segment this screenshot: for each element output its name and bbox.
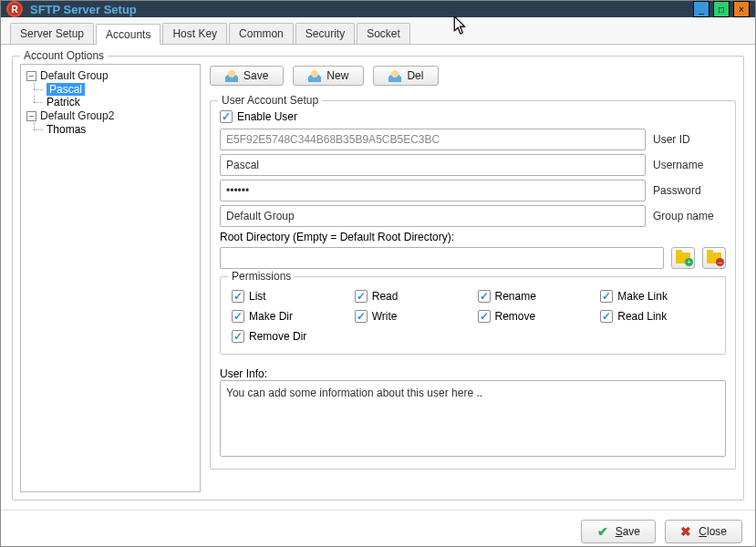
permissions-group: Permissions ListReadRenameMake LinkMake … xyxy=(220,276,726,355)
permission-checkbox[interactable]: Read Link xyxy=(600,310,714,323)
group-name-label: Group name xyxy=(653,210,726,222)
tree-group[interactable]: – Default Group2 xyxy=(25,108,196,123)
user-account-setup-legend: User Account Setup xyxy=(218,94,322,107)
checkbox-icon[interactable] xyxy=(478,290,491,303)
root-directory-field[interactable] xyxy=(220,247,664,269)
permission-label: Write xyxy=(372,310,398,323)
checkbox-icon[interactable] xyxy=(355,310,368,323)
close-window-button[interactable]: × xyxy=(733,1,750,17)
user-id-label: User ID xyxy=(653,133,726,146)
tree-toggle-icon[interactable]: – xyxy=(26,71,36,81)
root-directory-label: Root Directory (Empty = Default Root Dir… xyxy=(220,231,726,243)
permission-checkbox[interactable]: Remove xyxy=(478,310,592,323)
account-options-legend: Account Options xyxy=(20,49,108,62)
user-info-field[interactable] xyxy=(220,380,726,457)
x-icon: ✖ xyxy=(680,524,691,539)
tab-server-setup[interactable]: Server Setup xyxy=(10,23,94,44)
permission-checkbox[interactable]: Rename xyxy=(478,290,592,303)
user-id-field[interactable] xyxy=(220,129,646,150)
minimize-button[interactable]: _ xyxy=(693,1,709,17)
maximize-button[interactable]: □ xyxy=(713,1,730,17)
tab-socket[interactable]: Socket xyxy=(357,23,410,44)
tree-item[interactable]: Thomas xyxy=(25,123,196,136)
permission-label: Read xyxy=(372,290,399,303)
tree-item[interactable]: Pascal xyxy=(25,83,196,96)
checkbox-icon[interactable] xyxy=(478,310,491,323)
permissions-legend: Permissions xyxy=(228,270,295,283)
user-icon xyxy=(225,69,238,82)
user-toolbar: Save New Del xyxy=(210,64,736,89)
browse-folder-button[interactable]: + xyxy=(671,247,695,269)
save-user-button[interactable]: Save xyxy=(210,66,284,86)
password-label: Password xyxy=(653,184,726,197)
tree-item-label[interactable]: Patrick xyxy=(47,96,80,108)
permission-checkbox[interactable]: List xyxy=(232,290,346,303)
close-button[interactable]: ✖ Close xyxy=(665,520,742,543)
permission-label: Remove xyxy=(495,310,536,323)
user-icon xyxy=(388,69,401,82)
save-button[interactable]: ✔ Save xyxy=(581,520,656,543)
clear-folder-button[interactable]: – xyxy=(702,247,726,269)
tree-item-label[interactable]: Thomas xyxy=(47,123,86,136)
permission-label: List xyxy=(249,290,266,303)
tree-group[interactable]: – Default Group xyxy=(25,68,196,83)
tab-accounts[interactable]: Accounts xyxy=(96,24,161,45)
tree-item[interactable]: Patrick xyxy=(25,96,196,108)
tree-item-label[interactable]: Pascal xyxy=(47,83,85,96)
permission-checkbox[interactable]: Remove Dir xyxy=(232,330,346,343)
account-tree[interactable]: – Default Group Pascal Patrick – Default… xyxy=(20,64,201,492)
enable-user-checkbox[interactable]: Enable User xyxy=(220,110,726,123)
user-icon xyxy=(308,69,321,82)
permission-label: Make Dir xyxy=(249,310,293,323)
checkbox-icon[interactable] xyxy=(232,290,244,303)
permission-checkbox[interactable]: Read xyxy=(355,290,469,303)
account-options-group: Account Options – Default Group Pascal P… xyxy=(12,56,744,501)
permission-label: Remove Dir xyxy=(249,330,306,343)
username-label: Username xyxy=(653,159,726,171)
titlebar[interactable]: R SFTP Server Setup _ □ × xyxy=(1,1,755,17)
checkbox-icon[interactable] xyxy=(355,290,368,303)
permission-checkbox[interactable]: Write xyxy=(355,310,469,323)
app-icon: R xyxy=(6,1,23,17)
password-field[interactable] xyxy=(220,180,646,201)
folder-remove-icon: – xyxy=(707,253,721,263)
dialog-footer: ✔ Save ✖ Close xyxy=(1,510,755,547)
new-user-button[interactable]: New xyxy=(293,66,364,86)
tabbar: Server Setup Accounts Host Key Common Se… xyxy=(1,17,755,45)
tree-toggle-icon[interactable]: – xyxy=(26,111,36,121)
check-icon: ✔ xyxy=(597,524,608,539)
checkbox-icon[interactable] xyxy=(600,310,613,323)
folder-add-icon: + xyxy=(676,253,690,263)
permission-checkbox[interactable]: Make Link xyxy=(600,290,714,303)
tab-security[interactable]: Security xyxy=(295,23,355,44)
group-name-field[interactable] xyxy=(220,205,646,227)
app-window: R SFTP Server Setup _ □ × Server Setup A… xyxy=(0,0,756,547)
permission-checkbox[interactable]: Make Dir xyxy=(232,310,346,323)
user-info-label: User Info: xyxy=(220,367,726,380)
permission-label: Make Link xyxy=(617,290,668,303)
checkbox-icon[interactable] xyxy=(232,310,244,323)
checkbox-icon[interactable] xyxy=(232,330,244,343)
checkbox-icon[interactable] xyxy=(600,290,613,303)
window-title: SFTP Server Setup xyxy=(30,3,137,16)
tab-common[interactable]: Common xyxy=(229,23,294,44)
tab-host-key[interactable]: Host Key xyxy=(162,23,227,44)
delete-user-button[interactable]: Del xyxy=(373,66,439,86)
permission-label: Rename xyxy=(495,290,536,303)
checkbox-icon[interactable] xyxy=(220,110,233,123)
permission-label: Read Link xyxy=(617,310,667,323)
user-account-setup-group: User Account Setup Enable User User ID U… xyxy=(210,100,736,470)
username-field[interactable] xyxy=(220,154,646,176)
